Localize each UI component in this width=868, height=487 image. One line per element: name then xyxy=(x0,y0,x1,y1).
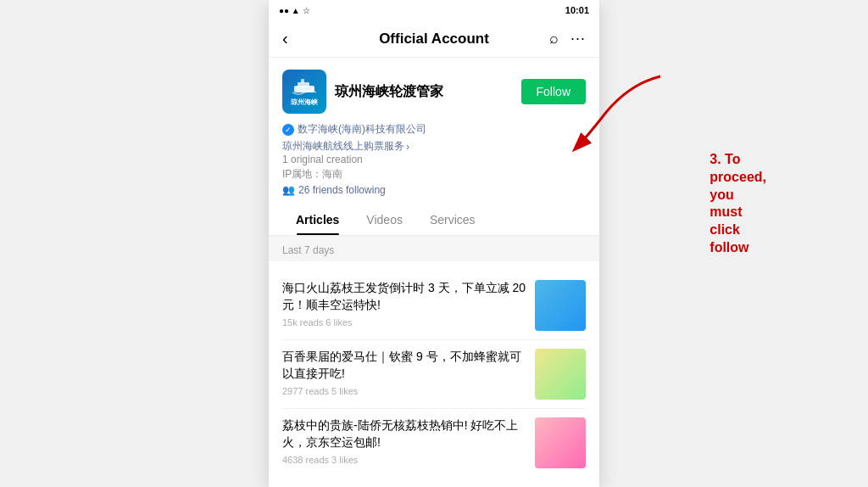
nav-bar: ‹ Official Account ⌕ ··· xyxy=(269,20,599,58)
article-meta-1: 15k reads 6 likes xyxy=(282,317,526,327)
original-creation: 1 original creation xyxy=(282,154,586,165)
nav-icons: ⌕ ··· xyxy=(549,30,586,48)
avatar-label: 琼州海峡 xyxy=(291,98,318,107)
article-thumb-3 xyxy=(535,417,586,468)
article-title-1: 海口火山荔枝王发货倒计时 3 天，下单立减 20 元！顺丰空运特快! xyxy=(282,280,526,313)
ip-location: IP属地：海南 xyxy=(282,167,586,182)
article-title-2: 百香果届的爱马仕｜钦蜜 9 号，不加蜂蜜就可以直接开吃! xyxy=(282,349,526,382)
avatar: 琼州海峡 xyxy=(282,70,326,114)
tabs-bar: Articles Videos Services xyxy=(269,204,599,236)
article-item-2[interactable]: 百香果届的爱马仕｜钦蜜 9 号，不加蜂蜜就可以直接开吃! 2977 reads … xyxy=(282,340,586,409)
friends-icon: 👥 xyxy=(282,184,295,196)
phone-frame: ●● ▲ ☆ 10:01 ‹ Official Account ⌕ ··· xyxy=(269,0,599,487)
nav-title: Official Account xyxy=(379,31,489,48)
profile-section: 琼州海峡 琼州海峡轮渡管家 Follow ✓ 数字海峡(海南)科技有限公司 琼州… xyxy=(269,58,599,204)
tab-services[interactable]: Services xyxy=(416,204,489,235)
profile-left: 琼州海峡 琼州海峡轮渡管家 xyxy=(282,70,443,114)
verified-row: ✓ 数字海峡(海南)科技有限公司 xyxy=(282,122,586,137)
article-meta-3: 4638 reads 3 likes xyxy=(282,455,526,465)
status-left: ●● ▲ ☆ xyxy=(279,6,310,15)
svg-rect-2 xyxy=(301,79,304,83)
article-meta-2: 2977 reads 5 likes xyxy=(282,386,526,396)
article-title-3: 荔枝中的贵族-陆侨无核荔枝热销中! 好吃不上火，京东空运包邮! xyxy=(282,417,526,451)
annotation-text: 3. To proceed, you must click follow xyxy=(709,151,766,257)
profile-top: 琼州海峡 琼州海峡轮渡管家 Follow xyxy=(282,70,586,114)
verified-text: 数字海峡(海南)科技有限公司 xyxy=(298,122,426,137)
article-item-3[interactable]: 荔枝中的贵族-陆侨无核荔枝热销中! 好吃不上火，京东空运包邮! 4638 rea… xyxy=(282,409,586,477)
sub-text: 琼州海峡航线线上购票服务 › xyxy=(282,139,586,154)
follow-button[interactable]: Follow xyxy=(521,79,586,104)
article-card-7days: 海口火山荔枝王发货倒计时 3 天，下单立减 20 元！顺丰空运特快! 15k r… xyxy=(269,261,599,487)
tab-articles[interactable]: Articles xyxy=(282,204,353,235)
section-label-7days: Last 7 days xyxy=(269,236,599,261)
content-area: Last 7 days 海口火山荔枝王发货倒计时 3 天，下单立减 20 元！顺… xyxy=(269,236,599,487)
more-icon[interactable]: ··· xyxy=(570,30,586,48)
ferry-icon xyxy=(292,77,316,96)
status-time: 10:01 xyxy=(565,5,589,15)
signal-icon: ●● ▲ ☆ xyxy=(279,6,310,15)
article-thumb-2 xyxy=(535,349,586,400)
verified-icon: ✓ xyxy=(282,124,294,136)
search-icon[interactable]: ⌕ xyxy=(549,30,559,48)
status-bar: ●● ▲ ☆ 10:01 xyxy=(269,0,599,20)
article-thumb-1 xyxy=(535,280,586,331)
account-name: 琼州海峡轮渡管家 xyxy=(335,83,443,101)
article-item-1[interactable]: 海口火山荔枝王发货倒计时 3 天，下单立减 20 元！顺丰空运特快! 15k r… xyxy=(282,271,586,340)
friends-following: 👥 26 friends following xyxy=(282,184,586,196)
back-button[interactable]: ‹ xyxy=(282,29,288,48)
tab-videos[interactable]: Videos xyxy=(353,204,416,235)
